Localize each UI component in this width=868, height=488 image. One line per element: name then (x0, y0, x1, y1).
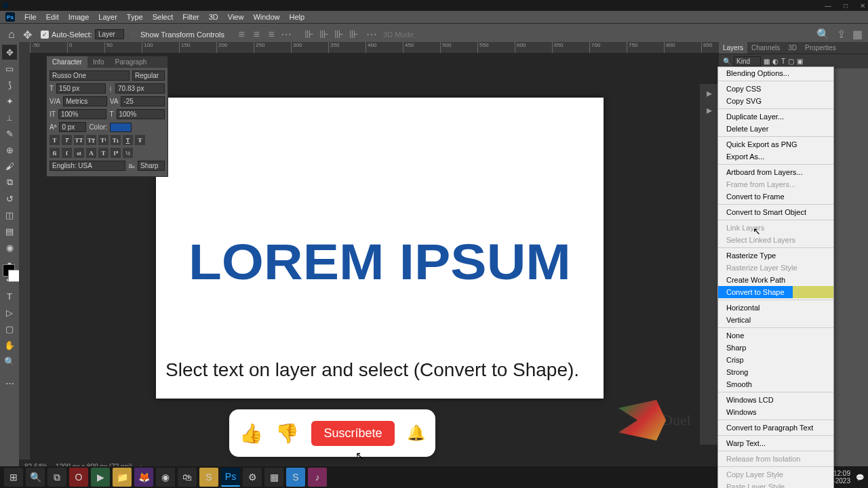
distribute-4-icon[interactable]: ⊪ (348, 28, 360, 41)
store-icon[interactable]: 🛍 (178, 468, 197, 487)
move-tool-icon[interactable]: ✥ (23, 28, 35, 41)
close-window-button[interactable]: ✕ (860, 2, 865, 9)
opentype-frac[interactable]: ½ (123, 148, 133, 158)
strikethrough-button[interactable]: Ŧ (135, 135, 145, 145)
distribute-2-icon[interactable]: ⊪ (318, 28, 330, 41)
context-menu-item[interactable]: Convert to Smart Object (718, 206, 833, 218)
app-icon-3[interactable]: ▦ (264, 468, 283, 487)
edit-toolbar[interactable]: ⋯ (2, 375, 17, 390)
stamp-tool[interactable]: ⧉ (2, 175, 17, 190)
align-center-icon[interactable]: ≡ (250, 28, 262, 41)
subscript-button[interactable]: T₁ (111, 135, 121, 145)
eraser-tool[interactable]: ◫ (2, 207, 17, 222)
vscale-field[interactable]: 100% (58, 109, 107, 119)
app-icon-2[interactable]: S (199, 468, 218, 487)
font-family-field[interactable]: Russo One (50, 70, 130, 81)
search-icon[interactable]: 🔍 (723, 58, 731, 65)
opera-icon[interactable]: O (69, 468, 88, 487)
hscale-field[interactable]: 100% (117, 109, 165, 119)
filter-smart-icon[interactable]: ▣ (797, 58, 803, 65)
context-menu-item[interactable]: Convert to Shape (718, 286, 833, 298)
smallcaps-button[interactable]: Tᴛ (86, 135, 96, 145)
search-icon[interactable]: 🔍 (816, 28, 830, 41)
tab-info[interactable]: Info (87, 56, 110, 68)
auto-select-checkbox[interactable]: ✓ (41, 30, 49, 39)
skype-icon[interactable]: S (286, 468, 305, 487)
zoom-tool[interactable]: 🔍 (2, 354, 17, 369)
home-icon[interactable]: ⌂ (5, 28, 18, 41)
context-menu-item[interactable]: Quick Export as PNG (718, 138, 833, 150)
shape-tool[interactable]: ▢ (2, 321, 17, 336)
italic-button[interactable]: T (62, 135, 72, 145)
text-color-swatch[interactable] (110, 123, 132, 132)
marquee-tool[interactable]: ▭ (2, 61, 17, 76)
ruler-vertical[interactable] (19, 53, 30, 466)
firefox-icon[interactable]: 🦊 (134, 468, 153, 487)
font-style-field[interactable]: Regular (132, 70, 165, 81)
path-tool[interactable]: ▷ (2, 305, 17, 320)
kerning-field[interactable]: Metrics (63, 96, 107, 106)
lasso-tool[interactable]: ⟆ (2, 77, 17, 92)
menu-type[interactable]: Type (123, 12, 147, 22)
allcaps-button[interactable]: TT (74, 135, 84, 145)
settings-taskbar-icon[interactable]: ⚙ (243, 468, 262, 487)
workspace-icon[interactable]: ▦ (852, 28, 863, 41)
notifications-icon[interactable]: 💬 (856, 474, 864, 481)
filter-adjust-icon[interactable]: ◐ (772, 58, 778, 65)
tab-character[interactable]: Character (47, 56, 87, 68)
3d-tab[interactable]: 3D (784, 42, 801, 54)
photoshop-taskbar-icon[interactable]: Ps (221, 468, 240, 487)
font-size-field[interactable]: 150 px (56, 83, 106, 94)
taskview-icon[interactable]: ⧉ (47, 468, 66, 487)
crop-tool[interactable]: ⟂ (2, 110, 17, 125)
tracking-field[interactable]: -25 (121, 96, 165, 106)
context-menu-item[interactable]: Sharp (718, 342, 833, 354)
hand-tool[interactable]: ✋ (2, 338, 17, 352)
blur-tool[interactable]: ◉ (2, 240, 17, 255)
layers-tab[interactable]: Layers (719, 42, 747, 54)
context-menu-item[interactable]: Windows (718, 406, 833, 418)
maximize-button[interactable]: □ (844, 2, 848, 9)
subscribe-button[interactable]: Suscríbete (311, 421, 394, 446)
align-left-icon[interactable]: ≡ (235, 28, 248, 41)
context-menu-item[interactable]: Duplicate Layer... (718, 110, 833, 123)
context-menu-item[interactable]: Horizontal (718, 302, 833, 314)
opentype-a[interactable]: A (86, 148, 96, 158)
gradient-tool[interactable]: ▤ (2, 224, 17, 239)
bold-button[interactable]: T (50, 135, 60, 145)
history-brush-tool[interactable]: ↺ (2, 191, 17, 206)
opentype-script[interactable]: ſ (62, 148, 72, 158)
menu-view[interactable]: View (224, 12, 248, 22)
antialiasing-field[interactable]: Sharp (138, 161, 165, 171)
menu-select[interactable]: Select (149, 12, 178, 22)
layer-filter-field[interactable]: Kind (734, 56, 761, 66)
filter-shape-icon[interactable]: ▢ (788, 58, 794, 65)
opentype-1st[interactable]: 1﻿ˢ (111, 148, 121, 158)
thumbs-down-icon[interactable]: 👎 (275, 422, 299, 445)
properties-tab[interactable]: Properties (801, 42, 840, 54)
menu-filter[interactable]: Filter (178, 12, 203, 22)
context-menu-item[interactable]: Create Work Path (718, 274, 833, 286)
context-menu-item[interactable]: Strong (718, 366, 833, 378)
context-menu-item[interactable]: Blending Options... (718, 67, 833, 79)
eyedropper-tool[interactable]: ✎ (2, 126, 17, 141)
context-menu-item[interactable]: None (718, 329, 833, 342)
distribute-1-icon[interactable]: ⊪ (303, 28, 315, 41)
artboard[interactable]: LOREM IPSUM Slect text on layer and sele… (156, 98, 604, 399)
menu-file[interactable]: File (20, 12, 41, 22)
menu-image[interactable]: Image (64, 12, 94, 22)
more-options-icon[interactable]: ⋯ (366, 28, 378, 41)
opentype-t1[interactable]: T (98, 148, 108, 158)
menu-3d[interactable]: 3D (205, 12, 222, 22)
wand-tool[interactable]: ✦ (2, 94, 17, 108)
app-icon-1[interactable]: ▶ (91, 468, 110, 487)
baseline-field[interactable]: 0 px (59, 122, 86, 132)
context-menu-item[interactable]: Convert to Paragraph Text (718, 422, 833, 434)
context-menu-item[interactable]: Rasterize Type (718, 249, 833, 262)
start-button[interactable]: ⊞ (4, 468, 23, 487)
tab-paragraph[interactable]: Paragraph (110, 56, 153, 68)
superscript-button[interactable]: T¹ (98, 135, 108, 145)
chrome-icon[interactable]: ◉ (156, 468, 175, 487)
context-menu-item[interactable]: Copy CSS (718, 83, 833, 95)
distribute-3-icon[interactable]: ⊪ (333, 28, 345, 41)
